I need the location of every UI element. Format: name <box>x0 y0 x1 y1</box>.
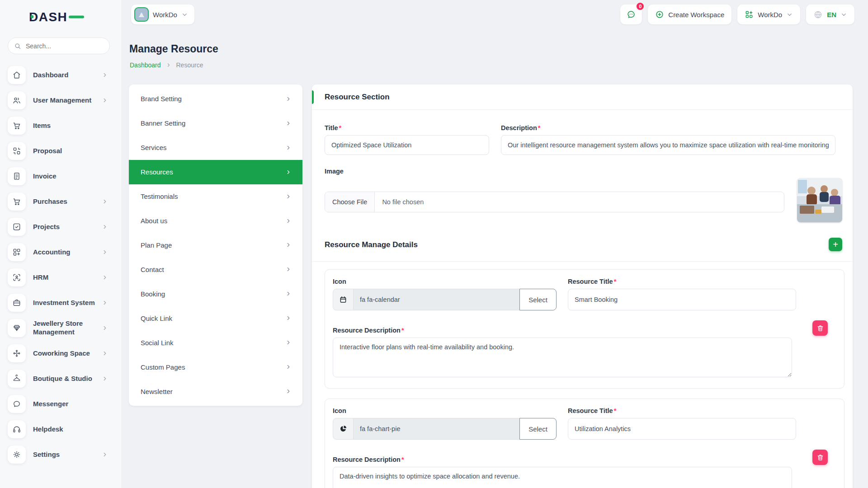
resource-title-input[interactable] <box>568 418 796 440</box>
cart-icon <box>8 117 26 135</box>
chevron-right-icon <box>102 198 108 205</box>
users-icon <box>8 91 26 109</box>
app-logo[interactable]: DASH <box>29 9 85 25</box>
settings-menu-item-banner-setting[interactable]: Banner Setting <box>129 111 302 136</box>
settings-menu-item-label: Resources <box>141 168 173 176</box>
settings-menu-item-brand-setting[interactable]: Brand Setting <box>129 87 302 111</box>
settings-menu-item-services[interactable]: Services <box>129 136 302 160</box>
sidebar-item-label: Jewellery Store Management <box>33 319 102 337</box>
sidebar-item-label: HRM <box>33 273 102 282</box>
breadcrumb: Dashboard Resource <box>130 61 203 69</box>
settings-menu-item-social-link[interactable]: Social Link <box>129 330 302 355</box>
sidebar-item-boutique-studio[interactable]: Boutique & Studio <box>0 366 121 391</box>
settings-menu-item-testimonials[interactable]: Testimonials <box>129 184 302 209</box>
settings-menu-item-resources[interactable]: Resources <box>129 160 302 184</box>
invoice-icon <box>8 167 26 185</box>
settings-menu-item-label: Booking <box>141 290 165 298</box>
language-dropdown[interactable]: EN <box>806 5 854 24</box>
choose-file-button[interactable]: Choose File <box>325 192 375 212</box>
chat-bubble-icon <box>626 9 636 19</box>
description-label: Description <box>501 124 540 131</box>
settings-menu-item-label: Quick Link <box>141 314 172 322</box>
resource-detail-item: IconSelectResource TitleResource Descrip… <box>325 269 844 389</box>
sidebar-item-proposal[interactable]: Proposal <box>0 138 121 164</box>
sidebar-item-label: Items <box>33 122 102 130</box>
settings-menu-item-label: Custom Pages <box>141 363 185 371</box>
plus-circle-icon <box>655 10 664 19</box>
sidebar-search[interactable] <box>8 38 110 54</box>
resource-description-textarea[interactable] <box>333 467 792 488</box>
resource-description-label: Resource Description <box>333 327 404 334</box>
chevron-right-icon <box>102 375 108 382</box>
messenger-icon <box>8 395 26 413</box>
sidebar-item-label: Settings <box>33 450 102 459</box>
breadcrumb-dashboard-link[interactable]: Dashboard <box>130 61 161 69</box>
chevron-right-icon <box>102 350 108 357</box>
chevron-right-icon <box>285 364 292 370</box>
gear-icon <box>8 446 26 464</box>
sidebar-item-label: Investment System <box>33 299 102 307</box>
workspace-switcher-button[interactable]: WorkDo <box>131 5 194 24</box>
sidebar-item-label: Boutique & Studio <box>33 375 102 383</box>
icon-select-button[interactable]: Select <box>519 418 557 440</box>
sidebar-item-label: Dashboard <box>33 71 102 80</box>
sidebar-item-items[interactable]: Items <box>0 113 121 138</box>
sidebar-item-invoice[interactable]: Invoice <box>0 164 121 189</box>
settings-menu-item-label: Banner Setting <box>141 119 185 127</box>
sidebar-item-settings[interactable]: Settings <box>0 442 121 467</box>
chevron-right-icon <box>102 300 108 306</box>
sidebar-item-user-management[interactable]: User Management <box>0 88 121 113</box>
icon-class-input[interactable] <box>354 418 520 440</box>
workdo-dropdown-label: WorkDo <box>758 11 782 19</box>
settings-menu-item-plan-page[interactable]: Plan Page <box>129 233 302 258</box>
settings-menu-item-about-us[interactable]: About us <box>129 209 302 233</box>
sidebar-item-hrm[interactable]: HRM <box>0 265 121 290</box>
resource-section-card: Resource Section Title Description Image… <box>312 84 853 488</box>
chevron-down-icon <box>181 11 188 18</box>
settings-menu-item-custom-pages[interactable]: Custom Pages <box>129 355 302 379</box>
chevron-right-icon <box>102 97 108 103</box>
app-root: DASH DashboardUser ManagementItemsPropos… <box>0 0 868 488</box>
search-icon <box>14 42 21 50</box>
scan-user-icon <box>8 268 26 286</box>
icon-class-input[interactable] <box>354 289 520 310</box>
image-label: Image <box>325 168 344 175</box>
sidebar-item-projects[interactable]: Projects <box>0 214 121 239</box>
sidebar-item-dashboard[interactable]: Dashboard <box>0 62 121 88</box>
workdo-dropdown[interactable]: WorkDo <box>737 5 800 24</box>
settings-menu-item-contact[interactable]: Contact <box>129 257 302 282</box>
settings-menu-item-label: Services <box>141 144 167 151</box>
delete-resource-item-button[interactable] <box>812 450 828 465</box>
sidebar-item-coworking-space[interactable]: Coworking Space <box>0 341 121 366</box>
sidebar-item-accounting[interactable]: Accounting <box>0 239 121 265</box>
calendar-icon <box>333 289 354 310</box>
messages-button[interactable]: 0 <box>620 5 642 24</box>
sidebar-item-investment-system[interactable]: Investment System <box>0 290 121 315</box>
chevron-right-icon <box>102 249 108 255</box>
add-resource-item-button[interactable]: + <box>829 238 842 251</box>
language-code: EN <box>827 11 836 19</box>
sidebar-item-jewellery-store-management[interactable]: Jewellery Store Management <box>0 315 121 341</box>
create-workspace-button[interactable]: Create Workspace <box>648 5 731 24</box>
chevron-right-icon <box>285 169 292 175</box>
settings-menu-item-quick-link[interactable]: Quick Link <box>129 306 302 330</box>
trash-icon <box>816 454 824 461</box>
search-input[interactable] <box>25 42 104 50</box>
title-input[interactable] <box>325 135 489 155</box>
sidebar-item-helpdesk[interactable]: Helpdesk <box>0 417 121 442</box>
resource-title-input[interactable] <box>568 289 796 310</box>
delete-resource-item-button[interactable] <box>812 320 828 336</box>
resource-image-thumbnail <box>797 178 842 222</box>
settings-menu-item-newsletter[interactable]: Newsletter <box>129 379 302 404</box>
sidebar-item-messenger[interactable]: Messenger <box>0 391 121 417</box>
chevron-down-icon <box>840 11 847 18</box>
resource-description-textarea[interactable] <box>333 338 792 377</box>
chevron-right-icon <box>285 120 292 127</box>
sidebar-item-purchases[interactable]: Purchases <box>0 189 121 214</box>
sidebar-item-label: Invoice <box>33 172 102 181</box>
image-file-input[interactable]: Choose File No file chosen <box>325 192 784 212</box>
settings-menu-item-booking[interactable]: Booking <box>129 282 302 306</box>
icon-select-button[interactable]: Select <box>519 289 557 310</box>
pie-chart-icon <box>333 418 354 440</box>
description-input[interactable] <box>501 135 835 155</box>
